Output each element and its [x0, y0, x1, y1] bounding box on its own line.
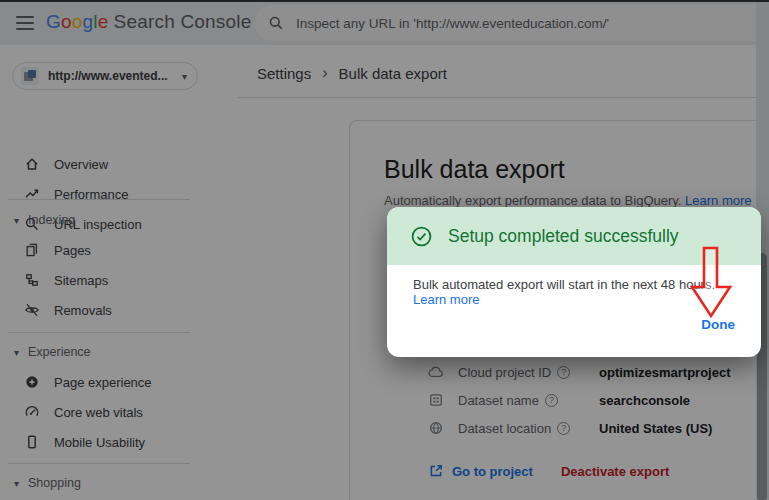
check-circle-icon — [411, 226, 432, 247]
learn-more-link[interactable]: Learn more — [413, 292, 479, 307]
search-console-app: GoogleSearch Console http://www.evented.… — [0, 0, 769, 500]
dialog-title: Setup completed successfully — [448, 226, 679, 247]
annotation-arrow-down-icon — [685, 244, 737, 322]
